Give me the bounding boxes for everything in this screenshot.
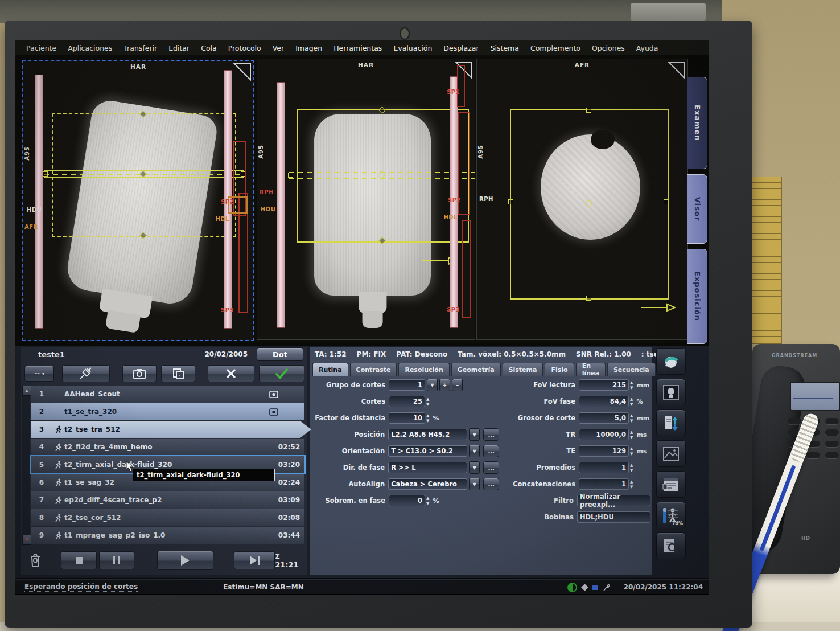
dropdown-button[interactable]: ▼ bbox=[469, 428, 480, 441]
param-value-field[interactable]: T > C13.0 > S0.2 bbox=[388, 445, 467, 457]
param-value-field[interactable]: 10 bbox=[389, 412, 425, 424]
tab-examen[interactable]: Examen bbox=[687, 77, 707, 169]
menu-item-sistema[interactable]: Sistema bbox=[485, 44, 524, 52]
viewport-corner-icon[interactable] bbox=[233, 63, 252, 81]
fov-handle[interactable] bbox=[586, 296, 591, 301]
close-button[interactable] bbox=[208, 365, 254, 382]
dropdown-button[interactable]: ▼ bbox=[427, 379, 438, 391]
param-value-field[interactable]: 1 bbox=[389, 379, 425, 391]
fov-handle[interactable] bbox=[508, 199, 513, 204]
sar-monitor-button[interactable]: 74% bbox=[656, 502, 686, 528]
menu-item-ver[interactable]: Ver bbox=[267, 44, 289, 52]
scroll-up-arrow[interactable]: ▲ bbox=[22, 386, 31, 396]
sequence-row[interactable]: 7ep2d_diff_4scan_trace_p203:09 bbox=[31, 491, 304, 509]
param-tab-fisio[interactable]: Fisio bbox=[545, 363, 574, 376]
search-button[interactable] bbox=[656, 532, 686, 559]
spin-down-icon[interactable]: ▼ bbox=[426, 401, 429, 407]
fov-handle[interactable] bbox=[664, 199, 669, 204]
spin-up-icon[interactable]: ▲ bbox=[426, 396, 429, 401]
param-value-field[interactable]: Cabeza > Cerebro bbox=[388, 478, 467, 490]
param-value-field[interactable]: 215 bbox=[579, 379, 629, 391]
sequence-row[interactable]: 1AAHead_Scout bbox=[31, 386, 304, 403]
fov-handle[interactable] bbox=[586, 108, 591, 113]
spin-up-icon[interactable]: ▲ bbox=[630, 429, 633, 435]
remove-slice-group-button[interactable]: − bbox=[452, 379, 463, 391]
image-view-button[interactable] bbox=[656, 440, 686, 467]
spin-up-icon[interactable]: ▲ bbox=[426, 413, 429, 418]
viewport-axial[interactable]: AFR A95 RPH bbox=[476, 59, 688, 340]
dropdown-button[interactable]: ▼ bbox=[469, 478, 480, 490]
menu-item-cola[interactable]: Cola bbox=[196, 44, 222, 52]
spin-down-icon[interactable]: ▼ bbox=[630, 484, 633, 489]
viewport-corner-icon[interactable] bbox=[668, 61, 686, 79]
spin-down-icon[interactable]: ▼ bbox=[426, 418, 429, 423]
param-tab-sistema[interactable]: Sistema bbox=[503, 363, 543, 376]
sequence-row[interactable]: 3t2_tse_tra_512 bbox=[31, 421, 311, 438]
spin-down-icon[interactable]: ▼ bbox=[630, 385, 633, 390]
menu-item-opciones[interactable]: Opciones bbox=[587, 44, 630, 52]
slice-handle[interactable] bbox=[43, 171, 48, 177]
menu-item-aplicaciones[interactable]: Aplicaciones bbox=[63, 44, 117, 52]
spin-down-icon[interactable]: ▼ bbox=[630, 435, 633, 440]
dropdown-button[interactable]: ▼ bbox=[469, 461, 480, 474]
spin-up-icon[interactable]: ▲ bbox=[630, 479, 633, 484]
spin-buttons[interactable]: ▲▼ bbox=[630, 462, 633, 473]
scroll-down-arrow[interactable]: ▼ bbox=[22, 535, 31, 545]
spin-up-icon[interactable]: ▲ bbox=[630, 413, 633, 418]
dot-engine-button[interactable]: Dot bbox=[257, 347, 303, 361]
viewport-coronal[interactable]: HAR A95 bbox=[257, 59, 475, 340]
param-tab-secuencia[interactable]: Secuencia bbox=[607, 363, 656, 376]
param-value-field[interactable]: 5,0 bbox=[579, 412, 629, 424]
queue-combo-button[interactable]: -- ▾ bbox=[24, 366, 54, 382]
spin-buttons[interactable]: ▲▼ bbox=[426, 396, 429, 407]
report-form-button[interactable] bbox=[656, 471, 686, 498]
spin-up-icon[interactable]: ▲ bbox=[630, 380, 633, 385]
param-value-field[interactable]: 0 bbox=[389, 495, 425, 506]
param-tab-rutina[interactable]: Rutina bbox=[312, 363, 348, 376]
param-value-field[interactable]: 1 bbox=[579, 462, 629, 473]
menu-item-paciente[interactable]: Paciente bbox=[21, 44, 61, 52]
spin-buttons[interactable]: ▲▼ bbox=[630, 380, 633, 390]
param-value-field[interactable]: 25 bbox=[389, 396, 425, 407]
menu-item-transferir[interactable]: Transferir bbox=[118, 44, 162, 52]
spin-down-icon[interactable]: ▼ bbox=[630, 401, 633, 407]
menu-item-desplazar[interactable]: Desplazar bbox=[438, 44, 484, 52]
spin-down-icon[interactable]: ▼ bbox=[630, 468, 633, 473]
sequence-row[interactable]: 9t1_mprage_sag_p2_iso_1.003:44 bbox=[31, 527, 304, 544]
slice-handle[interactable] bbox=[475, 173, 475, 178]
spin-buttons[interactable]: ▲▼ bbox=[630, 446, 633, 456]
menu-item-protocolo[interactable]: Protocolo bbox=[223, 44, 266, 52]
tab-visor[interactable]: Visor bbox=[687, 174, 707, 244]
center-marker[interactable] bbox=[585, 200, 592, 207]
param-value-field[interactable]: L2.2 A8.6 H45.2 bbox=[388, 429, 467, 440]
play-button[interactable] bbox=[157, 551, 213, 570]
menu-item-editar[interactable]: Editar bbox=[163, 44, 195, 52]
param-text-field[interactable]: Normalizar preexpl... bbox=[577, 495, 650, 506]
param-text-field[interactable]: HDL;HDU bbox=[577, 511, 650, 523]
spin-buttons[interactable]: ▲▼ bbox=[426, 495, 429, 506]
more-options-button[interactable]: ... bbox=[483, 461, 499, 474]
slice-group-line[interactable] bbox=[44, 177, 244, 178]
menu-item-ayuda[interactable]: Ayuda bbox=[631, 44, 664, 52]
spin-up-icon[interactable]: ▲ bbox=[630, 396, 633, 401]
spin-buttons[interactable]: ▲▼ bbox=[630, 479, 633, 489]
menu-item-herramientas[interactable]: Herramientas bbox=[328, 44, 387, 52]
stop-button[interactable] bbox=[61, 551, 96, 569]
pause-button[interactable] bbox=[99, 551, 134, 569]
param-tab-resolución[interactable]: Resolución bbox=[398, 363, 449, 376]
spin-buttons[interactable]: ▲▼ bbox=[630, 413, 633, 423]
add-slice-group-button[interactable]: + bbox=[439, 379, 450, 391]
spin-down-icon[interactable]: ▼ bbox=[630, 418, 633, 423]
param-tab-contraste[interactable]: Contraste bbox=[350, 363, 397, 376]
trash-button[interactable] bbox=[24, 552, 46, 569]
tab-exposición[interactable]: Exposición bbox=[687, 249, 707, 344]
spin-up-icon[interactable]: ▲ bbox=[630, 462, 633, 468]
param-value-field[interactable]: R >> L bbox=[388, 462, 467, 473]
spin-buttons[interactable]: ▲▼ bbox=[630, 396, 633, 407]
sequence-row[interactable]: 8t2_tse_cor_51202:08 bbox=[31, 509, 304, 526]
more-options-button[interactable]: ... bbox=[483, 445, 499, 457]
menu-item-evaluación[interactable]: Evaluación bbox=[388, 44, 437, 52]
dropdown-button[interactable]: ▼ bbox=[469, 445, 480, 457]
spin-up-icon[interactable]: ▲ bbox=[630, 446, 633, 451]
param-tab-en-línea[interactable]: En línea bbox=[576, 363, 606, 376]
